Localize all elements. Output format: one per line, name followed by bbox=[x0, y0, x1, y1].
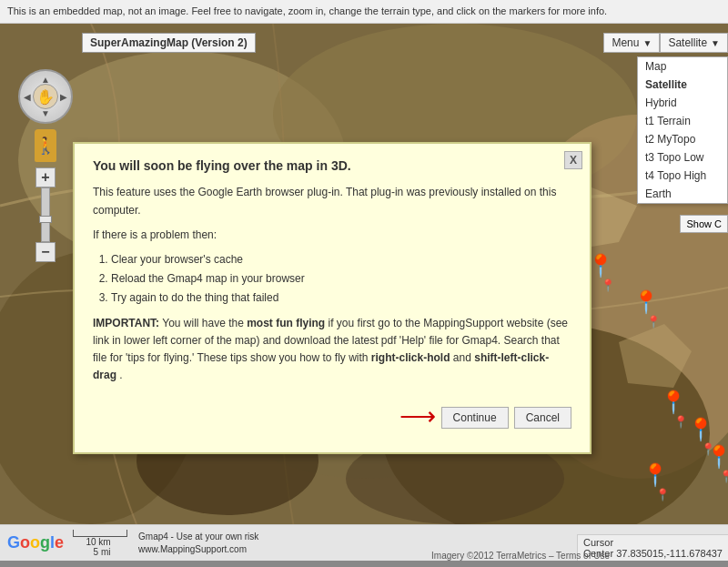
map-type-topo-low[interactable]: t3 Topo Low bbox=[638, 148, 727, 167]
pan-hand-icon[interactable]: ✋ bbox=[33, 84, 58, 109]
imagery-credit-text: Imagery ©2012 TerraMetrics – Terms of Us… bbox=[431, 551, 610, 561]
nav-controls[interactable]: ▲ ▼ ◀ ▶ ✋ 🚶 + − bbox=[18, 69, 73, 262]
cancel-button[interactable]: Cancel bbox=[514, 407, 571, 429]
dialog-step-2: Reload the Gmap4 map in your browser bbox=[111, 270, 571, 288]
menu-arrow: ▼ bbox=[642, 38, 652, 48]
map-type-hybrid[interactable]: Hybrid bbox=[638, 94, 727, 112]
and-text: and bbox=[453, 351, 474, 364]
pan-up-arrow: ▲ bbox=[41, 75, 50, 85]
pan-left-arrow: ◀ bbox=[24, 92, 31, 102]
zoom-handle[interactable] bbox=[39, 216, 52, 223]
most-fun-flying: most fun flying bbox=[247, 317, 325, 329]
red-arrow-icon: ⟶ bbox=[93, 397, 436, 438]
scale-bar bbox=[73, 530, 127, 537]
google-logo-g2: g bbox=[40, 533, 50, 552]
imagery-credit: Imagery ©2012 TerraMetrics – Terms of Us… bbox=[431, 551, 610, 561]
pegman-icon[interactable]: 🚶 bbox=[35, 129, 56, 162]
menu-dropdown[interactable]: Menu ▼ bbox=[603, 33, 660, 53]
map-type-earth[interactable]: Earth bbox=[638, 185, 727, 203]
right-click-hold: right-click-hold bbox=[371, 351, 450, 364]
scale-km-label: 10 km bbox=[86, 537, 110, 547]
dialog-para1: This feature uses the Google Earth brows… bbox=[93, 184, 571, 218]
satellite-arrow: ▼ bbox=[711, 38, 720, 48]
menu-label: Menu bbox=[612, 36, 639, 49]
google-logo-g: G bbox=[7, 533, 20, 552]
important-text1: You will have the bbox=[162, 317, 247, 329]
zoom-in-label: + bbox=[41, 170, 49, 185]
map-title-text: SuperAmazingMap (Version 2) bbox=[90, 36, 248, 49]
cursor-label: Cursor bbox=[583, 537, 723, 548]
continue-button[interactable]: Continue bbox=[441, 407, 509, 429]
top-bar-text: This is an embedded map, not an image. F… bbox=[7, 5, 607, 16]
map-title: SuperAmazingMap (Version 2) bbox=[82, 33, 256, 53]
map-type-terrain[interactable]: t1 Terrain bbox=[638, 112, 727, 130]
dialog[interactable]: X You will soon be flying over the map i… bbox=[73, 142, 592, 454]
dialog-title: You will soon be flying over the map in … bbox=[93, 158, 571, 173]
bottom-bar: G o o g l e 10 km 5 mi Gmap4 - Use at yo… bbox=[0, 524, 728, 561]
end-text: . bbox=[119, 369, 122, 381]
google-logo-e: e bbox=[55, 533, 64, 552]
satellite-label: Satellite bbox=[668, 36, 707, 49]
top-bar: This is an embedded map, not an image. F… bbox=[0, 0, 728, 24]
map-container[interactable]: SuperAmazingMap (Version 2) ▲ ▼ ◀ ▶ ✋ 🚶 … bbox=[0, 24, 728, 561]
scale-mi-label: 5 mi bbox=[94, 547, 111, 557]
map-type-list[interactable]: Map Satellite Hybrid t1 Terrain t2 MyTop… bbox=[637, 56, 728, 204]
google-logo-o2: o bbox=[30, 533, 40, 552]
dialog-important: IMPORTANT: You will have the most fun fl… bbox=[93, 315, 571, 385]
map-type-mytopo[interactable]: t2 MyTopo bbox=[638, 130, 727, 148]
arrow-container: ⟶ Continue Cancel bbox=[93, 397, 571, 438]
zoom-controls[interactable]: + − bbox=[18, 167, 73, 262]
pan-down-arrow: ▼ bbox=[41, 108, 50, 118]
dialog-body: This feature uses the Google Earth brows… bbox=[93, 184, 571, 438]
hand-glyph: ✋ bbox=[36, 88, 55, 106]
dialog-close-button[interactable]: X bbox=[564, 151, 582, 169]
zoom-in-button[interactable]: + bbox=[35, 167, 56, 187]
important-prefix: IMPORTANT: bbox=[93, 317, 159, 329]
show-c-button[interactable]: Show C bbox=[680, 215, 728, 233]
map-type-topo-high[interactable]: t4 Topo High bbox=[638, 167, 727, 185]
zoom-out-label: − bbox=[41, 245, 49, 259]
map-type-map[interactable]: Map bbox=[638, 57, 727, 76]
map-type-controls[interactable]: Menu ▼ Satellite ▼ Map Satellite Hybrid … bbox=[603, 33, 728, 53]
google-logo: G o o g l e bbox=[7, 533, 64, 552]
pan-right-arrow: ▶ bbox=[60, 92, 67, 102]
close-label: X bbox=[570, 154, 577, 167]
dialog-steps-list: Clear your browser's cache Reload the Gm… bbox=[111, 251, 571, 308]
show-c-label: Show C bbox=[686, 218, 722, 229]
map-type-satellite[interactable]: Satellite bbox=[638, 76, 727, 94]
zoom-slider[interactable] bbox=[41, 187, 50, 242]
center-coords: 37.835015,-111.678437 bbox=[616, 548, 723, 559]
satellite-dropdown[interactable]: Satellite ▼ bbox=[660, 33, 728, 53]
pan-control[interactable]: ▲ ▼ ◀ ▶ ✋ bbox=[18, 69, 73, 124]
zoom-out-button[interactable]: − bbox=[35, 242, 56, 262]
dialog-problem-heading: If there is a problem then: bbox=[93, 227, 571, 244]
dialog-step-1: Clear your browser's cache bbox=[111, 251, 571, 268]
dialog-step-3: Try again to do the thing that failed bbox=[111, 289, 571, 307]
google-logo-o1: o bbox=[20, 533, 30, 552]
